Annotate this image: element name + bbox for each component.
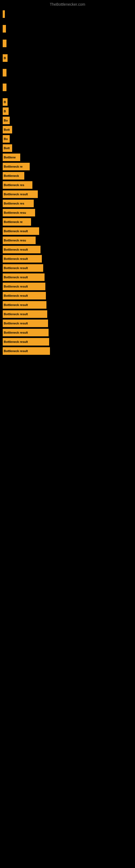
bar-label: Bottleneck result [4, 285, 28, 288]
result-bar: B [3, 98, 8, 106]
result-bar: Bottleneck result [3, 273, 45, 281]
result-bar: Bottleneck result [3, 329, 49, 336]
bar-row: Bottleneck re [3, 163, 135, 170]
bar-label: Bott [4, 128, 10, 131]
bar-label: Bottleneck res [4, 202, 24, 205]
bar-row: Bott [3, 144, 135, 152]
result-bar: Bott [3, 144, 12, 152]
bars-container: BBBBoBottBoBottBottleneBottleneck reBott… [0, 8, 135, 359]
result-bar [3, 25, 6, 33]
bar-row: Bottleneck result [3, 292, 135, 300]
result-bar: Bottleneck re [3, 218, 31, 226]
bar-row: Bottleneck result [3, 329, 135, 336]
bar-row: Bottleneck result [3, 319, 135, 327]
bar-label: Bottleneck result [4, 312, 28, 316]
result-bar: Bottleneck [3, 172, 24, 180]
result-bar: Bottleneck result [3, 190, 38, 198]
bar-label: Bottleneck result [4, 229, 28, 233]
result-bar: Bottleneck result [3, 227, 39, 235]
bar-label: Bottleneck result [4, 276, 28, 279]
bar-label: Bottleneck result [4, 303, 28, 307]
bar-label: Bottleneck resu [4, 211, 26, 214]
bar-row [3, 69, 135, 76]
bar-label: Bottleneck res [4, 183, 24, 187]
bar-row: Bottleneck resu [3, 209, 135, 216]
result-bar: Bottleneck result [3, 264, 43, 272]
bar-label: Bottleneck result [4, 294, 28, 297]
bar-label: Bottleneck result [4, 349, 28, 352]
bar-row: Bottleneck result [3, 227, 135, 235]
bar-row: B [3, 107, 135, 115]
result-bar [3, 10, 5, 18]
result-bar: Bottleneck re [3, 163, 30, 170]
result-bar: Bottleneck result [3, 246, 41, 253]
bar-row: Bottleneck res [3, 199, 135, 207]
bar-label: Bottleneck result [4, 193, 28, 196]
bar-label: Bo [4, 119, 8, 122]
result-bar: Bottleneck result [3, 255, 42, 262]
spacer [3, 20, 135, 25]
bar-label: Bottleneck result [4, 257, 28, 260]
bar-row: B [3, 98, 135, 106]
spacer [3, 49, 135, 54]
bar-row: Bottleneck result [3, 301, 135, 309]
bar-label: Bottleneck result [4, 331, 28, 334]
bar-row: Bottlene [3, 154, 135, 161]
result-bar: Bottleneck resu [3, 237, 36, 244]
result-bar: Bottleneck result [3, 283, 45, 290]
bar-label: Bottleneck [4, 174, 19, 177]
bar-label: B [4, 100, 6, 104]
result-bar: Bo [3, 117, 10, 124]
bar-label: Bottleneck resu [4, 239, 26, 242]
bar-row: Bottleneck result [3, 190, 135, 198]
bar-row [3, 25, 135, 33]
result-bar: Bottleneck result [3, 310, 47, 318]
bar-row: Bottleneck result [3, 246, 135, 253]
bar-row: Bottleneck result [3, 347, 135, 355]
bar-row: Bottleneck result [3, 264, 135, 272]
bar-label: Bottleneck result [4, 267, 28, 270]
result-bar: Bott [3, 126, 12, 133]
bar-row [3, 10, 135, 18]
result-bar: Bottleneck res [3, 199, 34, 207]
bar-row: Bottleneck result [3, 338, 135, 346]
result-bar [3, 69, 6, 76]
result-bar: Bottleneck resu [3, 209, 35, 216]
bar-row: B [3, 54, 135, 62]
bar-row: Bottleneck resu [3, 237, 135, 244]
bar-label: Bottleneck re [4, 165, 23, 168]
bar-row: Bottleneck result [3, 283, 135, 290]
bar-label: Bott [4, 147, 10, 150]
result-bar: Bottleneck res [3, 181, 32, 189]
bar-row: Bottleneck [3, 172, 135, 180]
result-bar [3, 84, 6, 91]
bar-label: Bottlene [4, 156, 16, 159]
spacer [3, 34, 135, 40]
bar-label: Bottleneck result [4, 248, 28, 251]
bar-label: Bottleneck result [4, 340, 28, 343]
bar-label: Bottleneck result [4, 322, 28, 325]
bar-row: Bo [3, 117, 135, 124]
spacer [3, 93, 135, 98]
result-bar: B [3, 54, 8, 62]
bar-label: Bo [4, 137, 8, 141]
result-bar: Bottleneck result [3, 319, 48, 327]
result-bar: Bottlene [3, 154, 20, 161]
result-bar [3, 40, 6, 47]
bar-row: Bott [3, 126, 135, 133]
result-bar: Bottleneck result [3, 347, 50, 355]
result-bar: Bo [3, 135, 10, 143]
bar-label: B [4, 110, 6, 113]
site-title: TheBottlenecker.com [0, 0, 135, 8]
bar-label: B [4, 56, 6, 60]
result-bar: Bottleneck result [3, 338, 49, 346]
bar-row [3, 40, 135, 47]
bar-row: Bottleneck res [3, 181, 135, 189]
result-bar: Bottleneck result [3, 292, 46, 300]
result-bar: Bottleneck result [3, 301, 46, 309]
spacer [3, 78, 135, 84]
spacer [3, 63, 135, 69]
bar-row: Bo [3, 135, 135, 143]
result-bar: B [3, 107, 9, 115]
bar-label: Bottleneck re [4, 220, 23, 223]
